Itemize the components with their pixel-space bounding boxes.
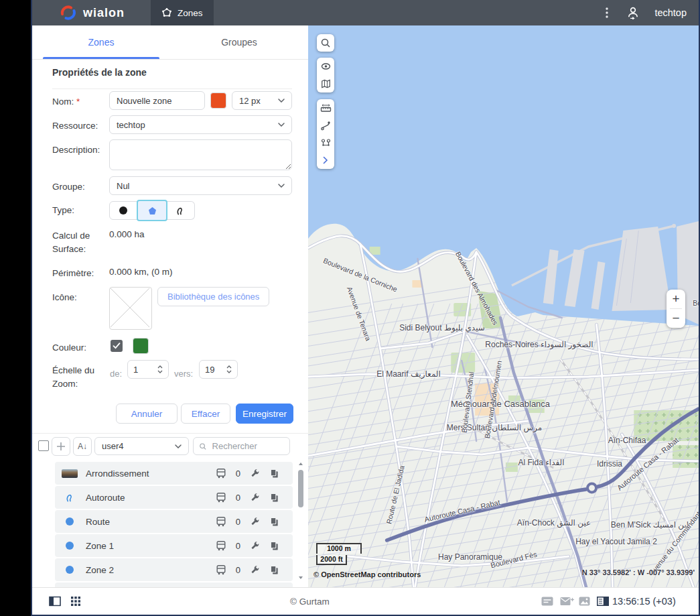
list-item-label: Autoroute xyxy=(86,493,125,503)
wialon-logo-icon xyxy=(60,5,76,21)
clear-button[interactable]: Effacer xyxy=(181,404,230,424)
group-label: Groupe: xyxy=(52,180,110,194)
route-tool-button[interactable] xyxy=(317,117,334,134)
copy-icon[interactable] xyxy=(271,542,277,550)
group-select[interactable]: Nul xyxy=(109,176,292,195)
zones-polygon-icon xyxy=(161,7,172,18)
spinner-arrows[interactable] xyxy=(226,365,232,373)
list-item-label: Arrondissement xyxy=(86,469,149,479)
ruler-tool-button[interactable] xyxy=(317,99,334,117)
search-input[interactable] xyxy=(211,440,284,452)
chevron-down-icon xyxy=(279,99,284,102)
scale-metric: 1000 m xyxy=(316,543,362,554)
current-time[interactable]: 13:56:15 (+03) xyxy=(612,596,676,607)
list-item-label: Zone 2 xyxy=(86,565,114,575)
units-icon xyxy=(217,517,225,527)
zoom-control: + − xyxy=(667,290,685,328)
resource-filter-select[interactable]: user4 xyxy=(94,437,189,455)
zoom-to-spinner[interactable]: 19 xyxy=(199,360,238,379)
add-zone-button[interactable] xyxy=(52,437,70,456)
username[interactable]: techtop xyxy=(654,7,687,18)
area-value: 0.000 ha xyxy=(109,229,145,239)
user-account-icon[interactable] xyxy=(626,6,640,19)
description-textarea[interactable] xyxy=(109,139,292,170)
scroll-up-arrow[interactable] xyxy=(298,462,303,466)
save-button[interactable]: Enregistrer xyxy=(236,404,293,424)
panel-tabbar: Zones Groupes xyxy=(32,25,308,60)
list-item-autoroute[interactable]: Autoroute 0 xyxy=(55,486,293,509)
chevron-right-icon xyxy=(322,156,329,164)
scrollbar-thumb[interactable] xyxy=(298,470,303,507)
zone-icon-placeholder[interactable] xyxy=(109,287,152,330)
units-icon xyxy=(217,542,225,551)
resource-value: techtop xyxy=(117,120,145,130)
media-image-icon[interactable] xyxy=(579,597,590,606)
plus-icon xyxy=(56,442,66,451)
tab-zones[interactable]: Zones xyxy=(32,25,170,59)
notifications-log-icon[interactable] xyxy=(541,597,553,606)
tab-zones-app[interactable]: Zones xyxy=(151,0,214,25)
copy-icon[interactable] xyxy=(271,493,277,501)
copy-icon[interactable] xyxy=(271,566,277,574)
nearest-units-tool-button[interactable] xyxy=(317,134,334,151)
color-enabled-checkbox[interactable] xyxy=(111,340,123,352)
resource-filter-value: user4 xyxy=(102,441,124,451)
edit-wrench-icon[interactable] xyxy=(251,566,259,573)
type-polyline-button[interactable] xyxy=(167,201,195,220)
edit-wrench-icon[interactable] xyxy=(251,469,259,477)
map-source-button[interactable] xyxy=(317,75,334,93)
toggle-panel-icon[interactable] xyxy=(49,597,61,607)
check-icon xyxy=(113,343,121,349)
icon-library-button[interactable]: Bibliothèque des icônes xyxy=(157,287,269,306)
map-canvas[interactable] xyxy=(308,25,699,587)
visibility-button[interactable] xyxy=(317,58,334,75)
copy-icon[interactable] xyxy=(271,469,277,477)
zoom-in-button[interactable]: + xyxy=(667,290,685,308)
list-item-zone1[interactable]: Zone 1 0 xyxy=(55,534,293,557)
wialon-logo[interactable]: wialon xyxy=(60,5,125,21)
perimeter-label: Périmètre: xyxy=(52,267,110,280)
kebab-menu-icon[interactable] xyxy=(602,7,612,19)
scroll-down-arrow[interactable] xyxy=(298,576,303,580)
list-item-arrondissement[interactable]: Arrondissement 0 xyxy=(55,462,293,485)
units-icon xyxy=(217,566,225,575)
polyline-zone-icon xyxy=(65,493,75,503)
divider xyxy=(32,433,308,434)
icon-label: Icône: xyxy=(52,291,110,304)
gurtam-copyright[interactable]: © Gurtam xyxy=(290,597,330,607)
type-circle-button[interactable] xyxy=(109,201,137,220)
zoom-from-spinner[interactable]: 1 xyxy=(127,360,169,379)
cancel-button[interactable]: Annuler xyxy=(116,404,178,424)
edit-wrench-icon[interactable] xyxy=(251,517,259,525)
spinner-arrows[interactable] xyxy=(157,365,163,373)
map-attribution[interactable]: © OpenStreetMap contributors xyxy=(313,570,421,578)
map-area[interactable]: Sidi Belyout سيدي بليوطRoches-Noires الص… xyxy=(308,25,699,587)
sort-button[interactable]: A↓ xyxy=(73,437,92,456)
label-color-swatch[interactable] xyxy=(210,93,226,109)
copy-icon[interactable] xyxy=(271,517,277,526)
list-scrollbar[interactable] xyxy=(298,462,303,587)
list-item-partial[interactable] xyxy=(55,582,293,587)
edit-wrench-icon[interactable] xyxy=(251,542,259,549)
layout-panels-icon[interactable] xyxy=(597,597,609,606)
apps-grid-icon[interactable] xyxy=(70,596,81,607)
select-all-checkbox[interactable] xyxy=(38,440,49,451)
circle-zone-icon xyxy=(66,566,74,574)
zone-name-input[interactable] xyxy=(109,91,205,110)
list-item-zone2[interactable]: Zone 2 0 xyxy=(55,558,293,581)
required-asterisk: * xyxy=(76,97,80,107)
resource-select[interactable]: techtop xyxy=(109,115,292,134)
mail-notification-icon[interactable] xyxy=(560,597,575,607)
list-item-route[interactable]: Route 0 xyxy=(55,510,293,533)
zone-color-swatch[interactable] xyxy=(133,338,149,354)
tab-groupes[interactable]: Groupes xyxy=(170,25,308,59)
map-search-button[interactable] xyxy=(317,34,334,52)
expand-tools-button[interactable] xyxy=(317,151,334,169)
type-polygon-button-selected[interactable] xyxy=(137,200,167,221)
zoom-out-button[interactable]: − xyxy=(667,309,685,328)
tab-groupes-label: Groupes xyxy=(221,37,257,48)
font-size-select[interactable]: 12 px xyxy=(232,91,292,110)
chevron-down-icon xyxy=(279,184,284,187)
edit-wrench-icon[interactable] xyxy=(251,493,259,501)
polygon-type-icon xyxy=(148,206,157,215)
